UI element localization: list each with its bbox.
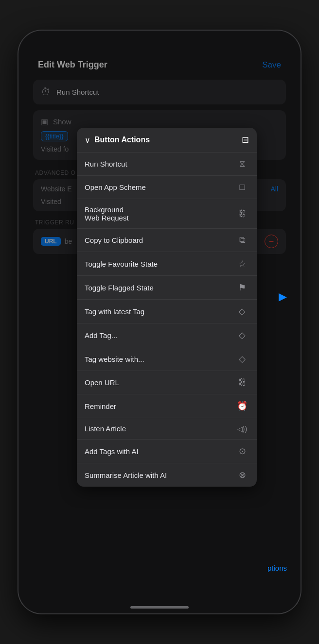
menu-item-background-web-request[interactable]: BackgroundWeb Request ⛓ bbox=[77, 199, 257, 229]
flag-icon: ⚑ bbox=[235, 282, 249, 293]
menu-item-copy-clipboard[interactable]: Copy to Clipboard ⧉ bbox=[77, 229, 257, 252]
menu-item-open-url[interactable]: Open URL ⛓ bbox=[77, 371, 257, 394]
menu-item-label: Tag with latest Tag bbox=[85, 307, 235, 316]
url-icon: ⛓ bbox=[235, 377, 249, 388]
menu-item-open-app-scheme[interactable]: Open App Scheme □ bbox=[77, 176, 257, 199]
menu-item-add-tags-ai[interactable]: Add Tags with AI ⊙ bbox=[77, 440, 257, 463]
menu-item-reminder[interactable]: Reminder ⏰ bbox=[77, 394, 257, 418]
menu-item-label: Run Shortcut bbox=[85, 160, 235, 168]
tag-website-icon: ◇ bbox=[235, 354, 249, 364]
options-text[interactable]: ptions bbox=[267, 564, 287, 572]
menu-item-label: Open URL bbox=[85, 378, 235, 387]
menu-item-add-tag[interactable]: Add Tag... ◇ bbox=[77, 323, 257, 347]
layers-icon: ⧖ bbox=[235, 159, 249, 169]
tag-add-icon: ◇ bbox=[235, 330, 249, 340]
menu-item-label: Copy to Clipboard bbox=[85, 236, 235, 244]
menu-item-label: BackgroundWeb Request bbox=[85, 205, 235, 222]
menu-item-listen-article[interactable]: Listen Article ◁)) bbox=[77, 418, 257, 440]
speaker-icon: ◁)) bbox=[235, 425, 249, 433]
star-icon: ☆ bbox=[235, 258, 249, 269]
dropdown-header-left: ∨ Button Actions bbox=[85, 136, 150, 145]
menu-item-label: Tag website with... bbox=[85, 355, 235, 363]
menu-item-label: Add Tag... bbox=[85, 331, 235, 339]
menu-item-tag-website-with[interactable]: Tag website with... ◇ bbox=[77, 347, 257, 371]
tag-icon: ◇ bbox=[235, 306, 249, 317]
reminder-icon: ⏰ bbox=[235, 401, 249, 411]
menu-item-run-shortcut[interactable]: Run Shortcut ⧖ bbox=[77, 153, 257, 176]
menu-item-label: Listen Article bbox=[85, 424, 235, 433]
menu-item-label: Add Tags with AI bbox=[85, 447, 235, 456]
phone-frame: Edit Web Trigger Save ⏱ Run Shortcut ▣ S… bbox=[18, 31, 301, 613]
menu-item-label: Toggle Favourite State bbox=[85, 260, 235, 268]
square-icon: □ bbox=[235, 182, 249, 192]
menu-item-label: Open App Scheme bbox=[85, 183, 235, 191]
menu-item-toggle-flagged[interactable]: Toggle Flagged State ⚑ bbox=[77, 276, 257, 300]
ai-summarise-icon: ⊗ bbox=[235, 470, 249, 480]
dropdown-header: ∨ Button Actions ⊟ bbox=[77, 128, 257, 153]
grid-icon: ⊟ bbox=[242, 135, 249, 145]
menu-item-label: Summarise Article with AI bbox=[85, 471, 235, 479]
home-indicator bbox=[130, 606, 189, 609]
chevron-down-icon: ∨ bbox=[85, 136, 90, 145]
menu-item-summarise-ai[interactable]: Summarise Article with AI ⊗ bbox=[77, 463, 257, 487]
menu-item-toggle-favourite[interactable]: Toggle Favourite State ☆ bbox=[77, 252, 257, 276]
play-button[interactable]: ▶ bbox=[279, 290, 287, 303]
dropdown-menu: ∨ Button Actions ⊟ Run Shortcut ⧖ Open A… bbox=[77, 128, 257, 487]
link-icon: ⛓ bbox=[235, 209, 249, 219]
clipboard-icon: ⧉ bbox=[235, 235, 249, 245]
menu-item-label: Reminder bbox=[85, 402, 235, 410]
menu-item-label: Toggle Flagged State bbox=[85, 284, 235, 292]
ai-tag-icon: ⊙ bbox=[235, 446, 249, 457]
menu-item-tag-latest[interactable]: Tag with latest Tag ◇ bbox=[77, 300, 257, 323]
dropdown-header-title: Button Actions bbox=[94, 136, 150, 144]
